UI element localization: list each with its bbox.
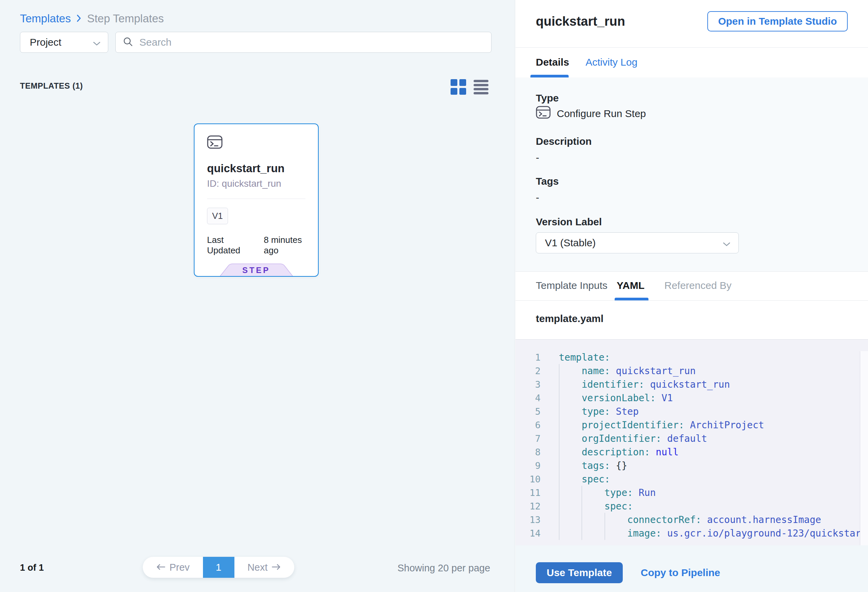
search-box — [115, 32, 492, 53]
tab-details[interactable]: Details — [536, 56, 569, 68]
active-tab-underline — [530, 75, 568, 77]
breadcrumb-templates-link[interactable]: Templates — [20, 12, 71, 25]
open-template-studio-button[interactable]: Open in Template Studio — [707, 11, 848, 31]
description-value: - — [536, 152, 539, 163]
yaml-lines: 1template:2 name: quickstart_run3 identi… — [515, 350, 868, 540]
use-template-button[interactable]: Use Template — [536, 562, 623, 583]
scope-select-value: Project — [30, 37, 61, 48]
yaml-line: 8 description: null — [515, 445, 868, 459]
pagination-prev-button[interactable]: Prev — [143, 557, 203, 578]
grid-view-icon[interactable] — [450, 79, 466, 95]
app-root: Templates Step Templates Project TEMPLAT… — [0, 0, 868, 592]
templates-count-header: TEMPLATES (1) — [20, 81, 83, 91]
yaml-line: 6 projectIdentifier: ArchitProject — [515, 418, 868, 432]
scope-select[interactable]: Project — [20, 32, 108, 53]
chevron-right-icon — [76, 12, 81, 25]
card-id: ID: quickstart_run — [207, 178, 281, 189]
list-view-icon[interactable] — [474, 80, 489, 94]
arrow-right-icon — [272, 562, 281, 573]
card-title: quickstart_run — [207, 162, 285, 175]
version-select-value: V1 (Stable) — [545, 237, 596, 249]
pagination: Prev 1 Next — [143, 557, 294, 578]
template-card[interactable]: quickstart_run ID: quickstart_run V1 Las… — [194, 124, 319, 277]
last-updated-label: Last Updated — [207, 235, 258, 256]
yaml-line: 1template: — [515, 350, 868, 364]
chevron-down-icon — [93, 37, 100, 48]
details-panel: quickstart_run Open in Template Studio D… — [515, 0, 868, 592]
yaml-line: 9 tags: {} — [515, 459, 868, 472]
version-label: Version Label — [536, 216, 602, 228]
yaml-line: 7 orgIdentifier: default — [515, 432, 868, 445]
breadcrumb-current: Step Templates — [87, 12, 164, 25]
breadcrumb: Templates Step Templates — [20, 12, 164, 25]
view-toggles — [450, 79, 489, 95]
step-banner-label: STEP — [217, 266, 295, 275]
yaml-line: 10 spec: — [515, 472, 868, 486]
body-tabs: Template Inputs YAML Referenced By — [515, 271, 868, 301]
arrow-left-icon — [156, 562, 165, 573]
version-badge: V1 — [207, 208, 228, 224]
type-label: Type — [536, 92, 559, 104]
terminal-icon — [536, 106, 551, 121]
pagination-next-button[interactable]: Next — [235, 557, 295, 578]
step-type-banner: STEP — [217, 263, 295, 277]
yaml-line: 3 identifier: quickstart_run — [515, 378, 868, 391]
yaml-line: 2 name: quickstart_run — [515, 364, 868, 378]
tab-referenced-by[interactable]: Referenced By — [664, 280, 731, 291]
templates-list-panel: Templates Step Templates Project TEMPLAT… — [0, 0, 515, 592]
type-value-row: Configure Run Step — [536, 106, 646, 121]
card-updated-row: Last Updated 8 minutes ago — [207, 235, 318, 256]
description-label: Description — [536, 136, 592, 147]
copy-to-pipeline-link[interactable]: Copy to Pipeline — [641, 567, 720, 579]
panel-header: quickstart_run Open in Template Studio — [515, 0, 868, 48]
tab-activity-log[interactable]: Activity Log — [586, 56, 637, 68]
yaml-file-name: template.yaml — [536, 313, 604, 325]
tab-template-inputs[interactable]: Template Inputs — [536, 280, 608, 291]
yaml-editor[interactable]: 1template:2 name: quickstart_run3 identi… — [515, 339, 868, 545]
panel-tabs: Details Activity Log — [515, 48, 868, 77]
pagination-page-1[interactable]: 1 — [203, 557, 235, 578]
yaml-line: 13 connectorRef: account.harnessImage — [515, 513, 868, 526]
yaml-line: 12 spec: — [515, 499, 868, 513]
type-value: Configure Run Step — [557, 108, 646, 120]
tab-yaml[interactable]: YAML — [617, 280, 644, 291]
pagination-summary: 1 of 1 — [20, 562, 44, 573]
version-select[interactable]: V1 (Stable) — [536, 232, 739, 253]
tags-label: Tags — [536, 176, 559, 187]
search-icon — [123, 36, 133, 49]
details-section: Type Configure Run Step Description - Ta… — [515, 77, 868, 271]
yaml-line: 14 image: us.gcr.io/playground-123/quick… — [515, 526, 868, 540]
panel-title: quickstart_run — [536, 14, 625, 29]
terminal-icon — [207, 135, 223, 150]
per-page-info: Showing 20 per page — [397, 562, 490, 574]
chevron-down-icon — [723, 237, 730, 249]
last-updated-value: 8 minutes ago — [264, 235, 318, 256]
yaml-line: 4 versionLabel: V1 — [515, 391, 868, 405]
search-input[interactable] — [139, 37, 484, 48]
yaml-line: 5 type: Step — [515, 405, 868, 418]
yaml-line: 11 type: Run — [515, 486, 868, 499]
yaml-scrollbar[interactable] — [860, 351, 868, 545]
active-tab-underline — [615, 298, 648, 300]
yaml-heading-row: template.yaml — [515, 301, 868, 339]
tags-value: - — [536, 192, 539, 203]
card-divider — [207, 199, 306, 199]
panel-footer: Use Template Copy to Pipeline — [515, 545, 868, 592]
